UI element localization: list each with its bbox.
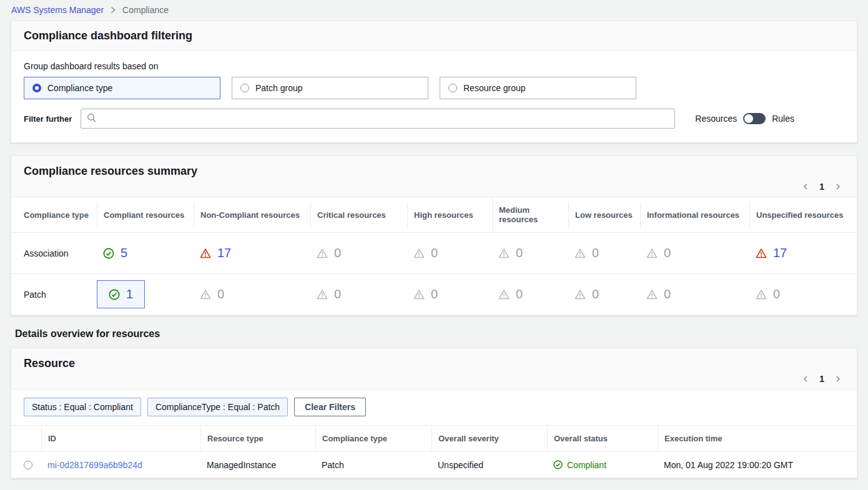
radio-unchecked-icon [448,84,457,92]
compliance-type-cell: Patch [11,290,97,300]
warning-triangle-icon [756,289,767,300]
critical-count-cell: 0 [310,246,407,260]
column-header: Overall status [547,426,658,451]
search-icon [87,113,97,123]
compliant-count-link[interactable]: 1 [126,287,133,301]
low-count: 0 [592,287,599,301]
radio-tile-resource-group[interactable]: Resource group [440,77,636,99]
radio-tile-label: Compliance type [47,83,112,93]
radio-unchecked-icon [240,84,249,92]
compliance-dashboard-page: AWS Systems Manager Compliance Complianc… [0,0,868,490]
high-count-cell: 0 [407,287,492,301]
summary-panel-header: Compliance resources summary 1 [11,156,857,197]
radio-tile-label: Resource group [463,83,526,93]
column-header: Non-Compliant resources [194,202,310,228]
unspecified-count: 0 [773,287,780,301]
compliance-type-cell: Association [11,248,97,258]
warning-triangle-icon [498,248,510,259]
pagination-prev-icon[interactable] [801,374,811,384]
filtering-panel-body: Group dashboard results based on Complia… [11,51,857,142]
resource-panel: Resource 1 Status : Equal : Compliant Co… [11,348,857,479]
pagination-next-icon[interactable] [833,182,843,192]
active-filters-row: Status : Equal : Compliant ComplianceTyp… [11,390,857,425]
column-header: Unspecified resources [749,202,857,228]
warning-triangle-icon [200,289,211,300]
unspecified-count-cell: 17 [749,246,857,260]
compliant-count-link[interactable]: 5 [121,246,127,260]
column-header: Compliance type [315,426,432,451]
pagination-next-icon[interactable] [833,374,843,384]
resource-panel-title: Resource [24,357,844,370]
clear-filters-button[interactable]: Clear Filters [294,398,366,416]
non-compliant-count-cell: 0 [194,287,310,301]
high-count: 0 [431,287,438,301]
row-select-radio[interactable] [24,461,32,469]
chevron-right-icon [110,6,116,14]
radio-tile-compliance-type[interactable]: Compliance type [24,77,220,99]
non-compliant-count: 0 [217,287,224,301]
column-header: High resources [407,202,492,228]
breadcrumb-link-systems-manager[interactable]: AWS Systems Manager [11,5,104,15]
column-header: Compliant resources [97,202,194,228]
column-header: Medium resources [492,197,568,232]
warning-triangle-icon [575,289,586,300]
check-circle-icon [103,248,114,259]
critical-count-cell: 0 [310,287,407,301]
column-header: Informational resources [640,202,749,228]
filtering-panel: Compliance dashboard filtering Group das… [11,21,857,143]
warning-triangle-icon [317,248,328,259]
low-count-cell: 0 [568,246,640,260]
warning-triangle-icon [413,248,425,259]
compliant-count-cell: 1 [97,280,194,308]
overall-status-cell: Compliant [547,460,658,470]
overall-status-text: Compliant [567,460,606,470]
column-header: Critical resources [310,202,407,228]
overall-severity-cell: Unspecified [432,460,547,470]
medium-count: 0 [516,287,523,301]
unspecified-count-link[interactable]: 17 [773,246,787,260]
warning-triangle-icon [317,289,328,300]
group-by-options: Compliance type Patch group Resource gro… [24,77,844,99]
summary-pagination: 1 [24,178,844,194]
low-count-cell: 0 [568,287,640,301]
low-count: 0 [592,246,599,260]
selected-cell-highlight: 1 [97,280,145,308]
radio-tile-patch-group[interactable]: Patch group [232,77,428,99]
radio-tile-label: Patch group [255,83,303,93]
summary-row-association: Association 5 17 0 0 0 [11,233,857,274]
pagination-prev-icon[interactable] [801,182,811,192]
filter-search-input[interactable] [81,109,675,129]
warning-triangle-icon [498,289,510,300]
resource-panel-header: Resource 1 [11,348,857,390]
resource-id-cell: mi-0d2817699a6b9b24d [41,460,200,470]
execution-time-cell: Mon, 01 Aug 2022 19:00:20 GMT [658,460,857,470]
resources-rules-toggle[interactable] [743,113,766,124]
check-circle-icon [553,460,563,469]
warning-triangle-icon [756,248,767,259]
resource-pagination: 1 [24,370,844,386]
toggle-left-label: Resources [695,114,737,124]
group-results-label: Group dashboard results based on [24,61,844,71]
resource-table-row: mi-0d2817699a6b9b24d ManagedInstance Pat… [11,452,857,478]
breadcrumb: AWS Systems Manager Compliance [0,0,868,21]
filter-tag-compliance-type[interactable]: ComplianceType : Equal : Patch [147,398,288,416]
medium-count-cell: 0 [492,246,568,260]
warning-triangle-icon [200,248,211,259]
non-compliant-count-link[interactable]: 17 [217,246,231,260]
resource-type-cell: ManagedInstance [200,460,315,470]
select-column-header [11,431,41,447]
resource-id-link[interactable]: mi-0d2817699a6b9b24d [47,460,142,470]
non-compliant-count-cell: 17 [194,246,310,260]
informational-count-cell: 0 [640,287,749,301]
warning-triangle-icon [646,289,658,300]
column-header: Resource type [200,426,315,451]
pagination-page-1[interactable]: 1 [819,182,824,192]
high-count: 0 [431,246,438,260]
compliance-type-cell: Patch [315,460,432,470]
filter-tag-status[interactable]: Status : Equal : Compliant [24,398,141,416]
filtering-panel-header: Compliance dashboard filtering [11,21,857,51]
high-count-cell: 0 [407,246,492,260]
pagination-page-1[interactable]: 1 [819,374,824,384]
informational-count: 0 [664,246,671,260]
warning-triangle-icon [575,248,586,259]
